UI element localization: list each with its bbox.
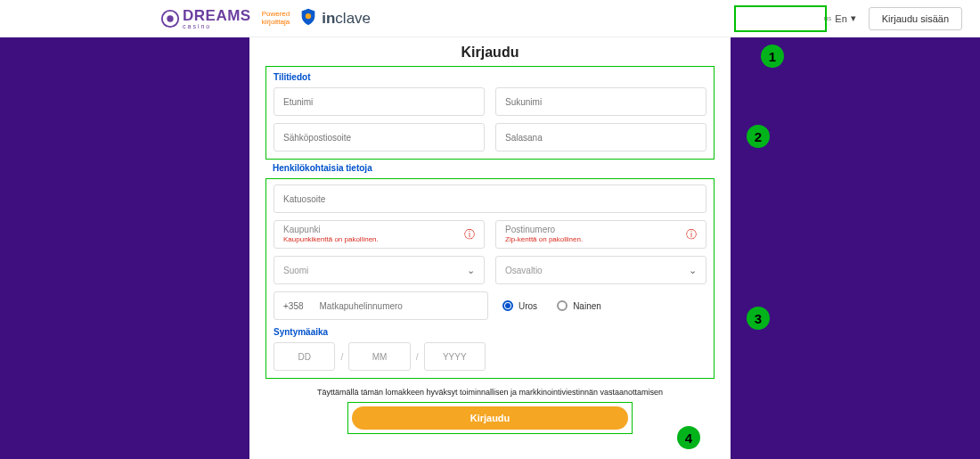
- consent-text: Täyttämällä tämän lomakkeen hyväksyt toi…: [265, 388, 715, 397]
- annotation-badge-3: 3: [747, 307, 770, 330]
- login-button[interactable]: Kirjaudu sisään: [869, 7, 962, 30]
- phone-input[interactable]: [320, 301, 478, 311]
- warning-icon: ⓘ: [686, 227, 697, 242]
- city-label: Kaupunki: [283, 225, 475, 235]
- gender-male-label: Uros: [519, 301, 537, 311]
- account-section: Tilitiedot: [265, 66, 715, 160]
- address-field[interactable]: [274, 184, 706, 213]
- page-title: Kirjaudu: [265, 45, 715, 61]
- dob-mm-field[interactable]: MM: [348, 342, 410, 371]
- chevron-down-icon: ⌄: [689, 265, 697, 276]
- dob-separator: /: [416, 352, 419, 362]
- personal-section: Kaupunki Kaupunkikenttä on pakollinen. ⓘ…: [265, 178, 715, 379]
- dreams-logo[interactable]: DREAMS casino: [160, 7, 251, 29]
- phone-prefix: +358: [283, 301, 304, 311]
- dreams-gear-icon: [160, 9, 180, 29]
- password-input[interactable]: [505, 133, 697, 143]
- radio-unchecked-icon: [557, 300, 568, 311]
- lastname-input[interactable]: [505, 97, 697, 107]
- svg-point-1: [167, 15, 173, 21]
- address-input[interactable]: [283, 194, 697, 204]
- personal-section-title: Henkilökohtaisia tietoja: [265, 163, 715, 173]
- signup-form: Kirjaudu Tilitiedot Henkilökohtaisia tie…: [249, 37, 731, 459]
- dreams-brand-text: DREAMS: [183, 7, 251, 25]
- dob-separator: /: [340, 352, 343, 362]
- zip-field[interactable]: Postinumero Zip-kenttä on pakollinen. ⓘ: [495, 220, 706, 249]
- dob-row: DD / MM / YYYY: [274, 342, 486, 371]
- topbar: DREAMS casino Powered kirjoittaja inclav…: [0, 0, 980, 37]
- account-section-title: Tilitiedot: [274, 72, 706, 82]
- language-selector[interactable]: us En ▾: [824, 12, 856, 24]
- submit-button[interactable]: Kirjaudu: [352, 406, 628, 430]
- svg-point-2: [306, 12, 311, 18]
- shield-icon: [298, 7, 318, 30]
- dob-dd-field[interactable]: DD: [274, 342, 335, 371]
- warning-icon: ⓘ: [464, 227, 475, 242]
- submit-highlight: Kirjaudu: [347, 402, 633, 434]
- firstname-input[interactable]: [283, 97, 475, 107]
- password-field[interactable]: [495, 123, 706, 152]
- lastname-field[interactable]: [495, 87, 706, 116]
- zip-error: Zip-kenttä on pakollinen.: [505, 235, 697, 244]
- phone-field[interactable]: +358: [274, 291, 488, 320]
- inclave-text: inclave: [322, 10, 371, 28]
- dob-section-title: Syntymäaika: [274, 327, 706, 337]
- firstname-field[interactable]: [274, 87, 485, 116]
- chevron-down-icon: ⌄: [467, 265, 475, 276]
- topbar-right: us En ▾ Kirjaudu sisään: [824, 7, 962, 30]
- gender-radios: Uros Nainen: [499, 291, 706, 320]
- radio-checked-icon: [502, 300, 513, 311]
- flag-label: us: [824, 14, 831, 22]
- logo-group: DREAMS casino Powered kirjoittaja inclav…: [160, 7, 371, 30]
- country-value: Suomi: [283, 266, 308, 275]
- country-select[interactable]: Suomi ⌄: [274, 256, 485, 284]
- email-input[interactable]: [283, 133, 475, 143]
- gender-female-label: Nainen: [573, 301, 601, 311]
- powered-by-label: Powered kirjoittaja: [262, 11, 290, 27]
- annotation-badge-2: 2: [747, 125, 770, 148]
- city-field[interactable]: Kaupunki Kaupunkikenttä on pakollinen. ⓘ: [274, 220, 485, 249]
- gender-male-option[interactable]: Uros: [502, 300, 537, 311]
- state-value: Osavaltio: [505, 266, 543, 275]
- zip-label: Postinumero: [505, 225, 697, 235]
- annotation-badge-1: 1: [761, 45, 784, 68]
- state-select[interactable]: Osavaltio ⌄: [495, 256, 706, 284]
- email-field[interactable]: [274, 123, 485, 152]
- dob-yyyy-field[interactable]: YYYY: [424, 342, 486, 371]
- city-error: Kaupunkikenttä on pakollinen.: [283, 235, 475, 244]
- gender-female-option[interactable]: Nainen: [557, 300, 601, 311]
- lang-label: En: [835, 13, 846, 24]
- chevron-down-icon: ▾: [851, 12, 856, 24]
- inclave-logo[interactable]: inclave: [298, 7, 371, 30]
